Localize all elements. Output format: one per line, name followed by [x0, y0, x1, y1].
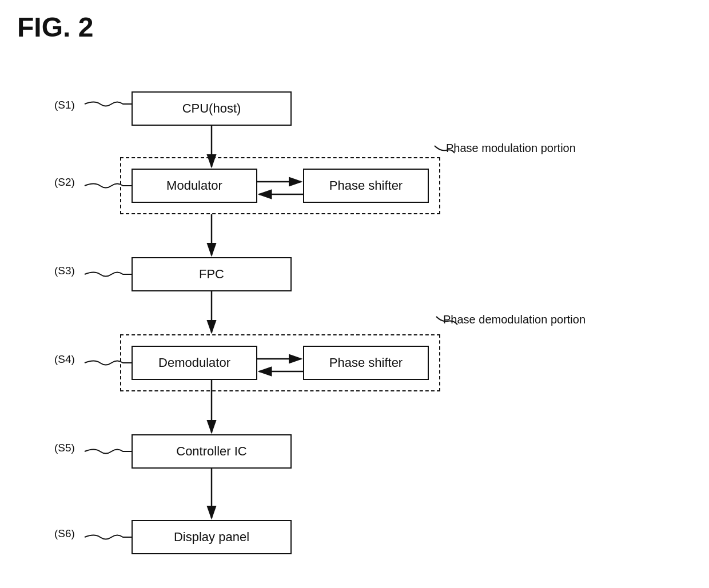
controller-ic-block: Controller IC	[132, 434, 292, 469]
s6-label: (S6)	[54, 527, 75, 540]
demodulator-label: Demodulator	[158, 355, 230, 370]
phase-shifter-bot-block: Phase shifter	[303, 346, 429, 380]
s3-label: (S3)	[54, 265, 75, 277]
phase-shifter-bot-label: Phase shifter	[329, 355, 403, 370]
s1-label: (S1)	[54, 99, 75, 111]
s5-label: (S5)	[54, 442, 75, 454]
controller-ic-label: Controller IC	[176, 444, 246, 459]
phase-shifter-top-label: Phase shifter	[329, 178, 403, 193]
fpc-block: FPC	[132, 257, 292, 291]
cpu-block: CPU(host)	[132, 91, 292, 126]
modulator-block: Modulator	[132, 169, 257, 203]
s2-label: (S2)	[54, 176, 75, 189]
cpu-label: CPU(host)	[182, 101, 241, 116]
modulator-label: Modulator	[166, 178, 222, 193]
phase-mod-annotation: Phase modulation portion	[446, 142, 576, 155]
fpc-label: FPC	[199, 267, 224, 282]
display-panel-block: Display panel	[132, 520, 292, 554]
fig-title: FIG. 2	[17, 11, 93, 43]
demodulator-block: Demodulator	[132, 346, 257, 380]
s4-label: (S4)	[54, 353, 75, 366]
phase-demod-annotation: Phase demodulation portion	[443, 313, 585, 326]
display-panel-label: Display panel	[174, 530, 249, 545]
phase-shifter-top-block: Phase shifter	[303, 169, 429, 203]
